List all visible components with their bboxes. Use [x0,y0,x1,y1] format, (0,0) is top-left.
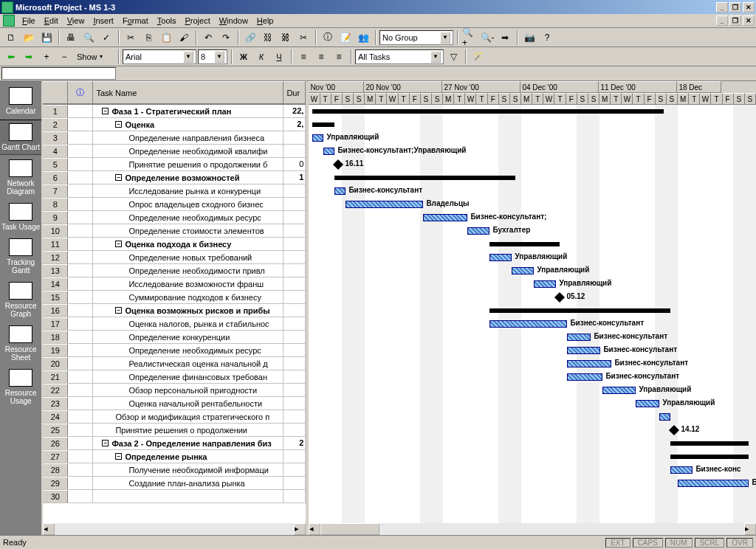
task-info-button[interactable]: ⓘ [320,30,336,46]
summary-bar[interactable] [334,176,515,180]
gantt-row[interactable]: Владельцы [309,198,756,211]
row-number[interactable]: 13 [43,264,68,277]
task-row[interactable]: 3Определение направления бизнеса [43,131,306,145]
task-bar[interactable] [346,201,423,208]
task-row[interactable]: 8Опрос владельцев сходного бизнес [43,198,306,211]
close-button[interactable]: ✕ [743,2,755,13]
gantt-wizard-button[interactable]: 🪄 [470,49,486,65]
task-bar[interactable] [602,387,636,394]
duration-cell[interactable] [284,450,306,463]
gantt-row[interactable]: Управляющий [309,384,756,397]
duration-cell[interactable] [284,384,306,396]
info-cell[interactable] [68,477,93,489]
task-bar[interactable] [512,267,534,274]
row-number[interactable]: 17 [43,317,68,330]
group-by-combo[interactable]: No Group▼ [379,30,453,45]
print-preview-button[interactable]: 🔍 [80,30,97,46]
duration-cell[interactable] [284,331,306,343]
duration-cell[interactable] [284,277,306,290]
entry-cell[interactable] [1,67,116,80]
gantt-row[interactable] [309,490,756,503]
save-button[interactable]: 💾 [38,30,55,46]
duration-cell[interactable] [284,251,306,263]
info-cell[interactable] [68,171,93,184]
info-cell[interactable] [68,463,93,476]
summary-bar[interactable] [312,109,664,114]
row-number[interactable]: 15 [43,291,68,303]
duration-cell[interactable] [284,490,306,503]
viewbar-resource-sheet[interactable]: Resource Sheet [0,322,43,365]
duration-cell[interactable] [284,224,306,237]
menu-format[interactable]: Format [118,15,153,27]
summary-bar[interactable] [489,308,670,313]
zoom-out-button[interactable]: 🔍- [479,30,495,46]
row-selector-header[interactable] [43,81,68,104]
row-number[interactable]: 18 [43,331,68,343]
gantt-row[interactable] [309,450,756,463]
row-number[interactable]: 26 [43,437,68,449]
summary-bar[interactable] [489,242,560,246]
row-number[interactable]: 29 [43,477,68,489]
info-cell[interactable] [68,224,93,237]
new-button[interactable]: 🗋 [3,30,19,46]
info-cell[interactable] [68,450,93,463]
help-button[interactable]: ? [539,30,555,46]
duration-cell[interactable] [284,145,306,157]
task-bar[interactable] [534,280,556,288]
task-name-cell[interactable]: Оценка налогов, рынка и стабильнос [93,317,284,330]
chart-body[interactable]: УправляющийБизнес-консультант;Управляющи… [309,105,756,523]
gantt-row[interactable]: 14.12 [309,424,756,437]
info-cell[interactable] [68,357,93,370]
task-row[interactable]: 22Обзор персональной пригодности [43,384,306,397]
task-row[interactable]: 11−Оценка подхода к бизнесу [43,238,306,251]
row-number[interactable]: 1 [43,105,68,117]
duration-cell[interactable]: 1 [284,171,306,184]
milestone[interactable] [333,159,343,170]
info-cell[interactable] [68,211,93,224]
task-name-cell[interactable]: Определение необходимой квалифи [93,145,284,157]
info-cell[interactable] [68,437,93,449]
task-name-cell[interactable]: Обзор персональной пригодности [93,384,284,396]
copy-picture-button[interactable]: 📷 [521,30,537,46]
row-number[interactable]: 25 [43,424,68,436]
link-tasks-button[interactable]: ⛓ [260,30,276,46]
task-row[interactable]: 10Определение стоимости элементов [43,224,306,238]
info-cell[interactable] [68,370,93,383]
milestone[interactable] [669,425,679,435]
document-icon[interactable] [3,15,15,27]
info-cell[interactable] [68,158,93,170]
print-button[interactable]: 🖶 [63,30,79,46]
row-number[interactable]: 16 [43,304,68,317]
task-name-cell[interactable]: Суммирование подходов к бизнесу [93,291,284,303]
gantt-row[interactable] [309,410,756,424]
info-cell[interactable] [68,131,93,144]
row-number[interactable]: 22 [43,384,68,396]
gantt-row[interactable]: Бизнес-консультант;Управляющий [309,145,756,158]
summary-bar[interactable] [670,441,749,446]
task-row[interactable]: 27−Определение рынка [43,450,306,463]
outdent-button[interactable]: ⬅ [3,49,19,65]
gantt-row[interactable]: Бизнес-консультант [309,370,756,384]
duration-cell[interactable] [284,211,306,224]
task-name-cell[interactable]: −Определение возможностей [93,171,284,184]
task-name-cell[interactable]: Создание план-анализа рынка [93,477,284,489]
gantt-row[interactable] [309,304,756,317]
task-row[interactable]: 2−Оценка2, [43,118,306,131]
duration-cell[interactable] [284,463,306,476]
format-painter-button[interactable]: 🖌 [176,30,192,46]
row-number[interactable]: 30 [43,490,68,503]
task-bar[interactable] [312,134,323,142]
task-name-cell[interactable]: Определение направления бизнеса [93,131,284,144]
task-row[interactable]: 21Определение финансовых требован [43,370,306,384]
task-name-cell[interactable]: Определение необходимых ресурс [93,211,284,224]
info-cell[interactable] [68,105,93,117]
task-bar[interactable] [323,148,334,155]
info-cell[interactable] [68,238,93,250]
menu-tools[interactable]: Tools [153,15,181,27]
task-name-cell[interactable]: Реалистическая оценка начальной д [93,357,284,370]
row-number[interactable]: 8 [43,198,68,210]
assign-resources-button[interactable]: 👥 [355,30,371,46]
task-bar[interactable] [334,187,346,195]
task-bar[interactable] [467,227,489,235]
goto-task-button[interactable]: ➡ [497,30,513,46]
